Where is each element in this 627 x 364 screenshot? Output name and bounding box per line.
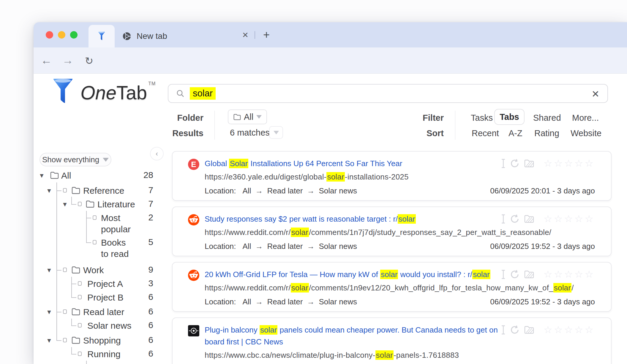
expand-triangle-icon[interactable]: ▼	[46, 309, 52, 316]
folder-icon	[50, 171, 59, 179]
tree-item-solar-news[interactable]: Solar news6	[38, 319, 166, 332]
location-breadcrumb-item[interactable]: Read later	[267, 242, 303, 251]
result-title-link[interactable]: Study responses say $2 per watt is reaso…	[205, 213, 519, 225]
tree-item-reference[interactable]: ▼ Reference7	[38, 184, 166, 197]
close-window-button[interactable]	[46, 31, 53, 39]
folder-icon	[86, 200, 94, 208]
card-tools: ☆☆☆☆☆	[501, 269, 595, 280]
minimize-window-button[interactable]	[58, 31, 65, 39]
result-url: https://www.cbc.ca/news/climate/plug-in-…	[205, 351, 595, 360]
tab-onetab[interactable]	[89, 25, 115, 47]
text-segment: https://www.reddit.com/r/	[205, 283, 291, 292]
filter-option-tabs[interactable]: Tabs	[494, 109, 525, 125]
folder-icon	[71, 187, 80, 194]
sort-option-website[interactable]: Website	[571, 128, 601, 138]
filter-option-shared[interactable]: Shared	[533, 113, 561, 123]
refresh-icon[interactable]	[510, 159, 519, 168]
tree-item-work[interactable]: ▼ Work9	[38, 264, 166, 277]
result-card: ☆☆☆☆☆Study responses say $2 per watt is …	[172, 206, 612, 256]
move-folder-icon[interactable]	[524, 270, 534, 279]
clear-search-icon[interactable]: ✕	[590, 89, 601, 99]
rating-stars[interactable]: ☆☆☆☆☆	[544, 158, 595, 169]
tree-item-label: Most popular	[101, 212, 134, 235]
tree-item-books-to-read[interactable]: Books to read5	[38, 236, 166, 261]
arrow-icon: →	[307, 186, 315, 195]
results-dropdown-button[interactable]	[269, 126, 283, 139]
maximize-window-button[interactable]	[70, 31, 78, 39]
tree-item-all[interactable]: ▼ All28	[38, 169, 166, 182]
sort-option-recent[interactable]: Recent	[472, 128, 499, 138]
result-title-link[interactable]: Plug-in balcony solar panels could mean …	[205, 324, 519, 348]
location-label: Location:	[205, 242, 236, 251]
refresh-icon[interactable]	[510, 325, 519, 335]
reload-icon[interactable]: ↻	[83, 55, 96, 67]
text-segment: -panels-1.7618883	[394, 351, 459, 360]
sort-option-rating[interactable]: Rating	[534, 128, 559, 138]
tree-item-literature[interactable]: ▼ Literature7	[38, 198, 166, 211]
arrow-icon: →	[255, 297, 263, 306]
rename-icon[interactable]	[501, 214, 506, 224]
refresh-icon[interactable]	[510, 214, 519, 224]
location-breadcrumb-item[interactable]: Read later	[267, 186, 303, 195]
location-breadcrumb-item[interactable]: Solar news	[319, 186, 357, 195]
sidebar: Show everything ‹ ▼ All28▼ Reference7▼ L…	[38, 147, 166, 364]
result-footer: Location:All→Read later→Solar news06/09/…	[205, 242, 595, 251]
expand-triangle-icon[interactable]: ▼	[62, 201, 68, 208]
result-title-link[interactable]: Global Solar Installations Up 64 Percent…	[205, 158, 519, 169]
new-tab-button[interactable]: +	[261, 29, 272, 41]
move-folder-icon[interactable]	[524, 214, 534, 223]
expand-triangle-icon[interactable]: ▼	[46, 187, 52, 194]
close-tab-icon[interactable]: ✕	[241, 31, 250, 39]
location-breadcrumb-item[interactable]: Solar news	[319, 297, 357, 306]
text-segment: /comments/1n9ev12/20_kwh_offgrid_lfp_for…	[309, 283, 553, 292]
filter-option-more[interactable]: More...	[572, 113, 599, 123]
tree-item-running[interactable]: Running6	[38, 348, 166, 361]
refresh-icon[interactable]	[510, 270, 519, 279]
result-title-link[interactable]: 20 kWh Off-Grid LFP for Tesla — How many…	[205, 268, 519, 280]
folder-dropdown[interactable]: All	[228, 109, 267, 124]
onetab-funnel-icon	[98, 31, 105, 41]
back-icon[interactable]: ←	[40, 54, 53, 67]
move-folder-icon[interactable]	[524, 159, 534, 168]
folder-label: Folder	[158, 113, 203, 123]
tree-item-project-b[interactable]: Project B6	[38, 291, 166, 304]
folder-icon	[71, 187, 80, 194]
text-segment: https://e360.yale.edu/digest/global-	[205, 172, 326, 181]
expand-triangle-icon[interactable]: ▼	[39, 172, 45, 179]
tree-item-most-popular[interactable]: Most popular2	[38, 212, 166, 236]
highlighted-match: solar	[260, 325, 277, 335]
rename-icon[interactable]	[501, 325, 506, 335]
tree-item-count: 3	[135, 278, 153, 288]
location-breadcrumb-item[interactable]: Read later	[267, 297, 303, 306]
tree-item-label: Books to read	[101, 237, 134, 260]
expand-triangle-icon[interactable]: ▼	[46, 267, 52, 274]
location-breadcrumb-item[interactable]: All	[243, 297, 251, 306]
highlighted-match: solar	[398, 214, 416, 224]
rename-icon[interactable]	[501, 159, 506, 168]
rating-stars[interactable]: ☆☆☆☆☆	[544, 269, 595, 280]
result-card: E ☆☆☆☆☆Global Solar Installations Up 64 …	[172, 151, 612, 201]
search-input[interactable]: solar ✕	[168, 84, 608, 103]
rating-stars[interactable]: ☆☆☆☆☆	[544, 214, 595, 224]
sort-option-az[interactable]: A-Z	[508, 128, 522, 138]
tree-bullet-icon	[78, 295, 82, 299]
expand-triangle-icon[interactable]: ▼	[46, 337, 52, 344]
filter-option-label: Tabs	[500, 112, 519, 122]
rename-icon[interactable]	[501, 270, 506, 279]
chevron-down-icon	[256, 115, 262, 119]
move-folder-icon[interactable]	[524, 325, 534, 334]
filter-option-tasks[interactable]: Tasks	[471, 113, 493, 123]
location-breadcrumb-item[interactable]: All	[243, 186, 251, 195]
location-breadcrumb-item[interactable]: All	[243, 242, 251, 251]
tab-strip: New tab ✕ +	[34, 22, 627, 47]
folder-icon	[71, 308, 80, 316]
rating-stars[interactable]: ☆☆☆☆☆	[544, 325, 595, 335]
tree-item-shopping[interactable]: ▼ Shopping6	[38, 334, 166, 347]
tree-item-count: 9	[135, 265, 153, 275]
forward-icon[interactable]: →	[61, 54, 74, 67]
location-breadcrumb-item[interactable]: Solar news	[319, 242, 357, 251]
tab-new-tab[interactable]: New tab	[115, 25, 251, 47]
tree-item-project-a[interactable]: Project A3	[38, 277, 166, 290]
tree-item-read-later[interactable]: ▼ Read later6	[38, 306, 166, 319]
onetab-logo-funnel	[52, 77, 74, 105]
